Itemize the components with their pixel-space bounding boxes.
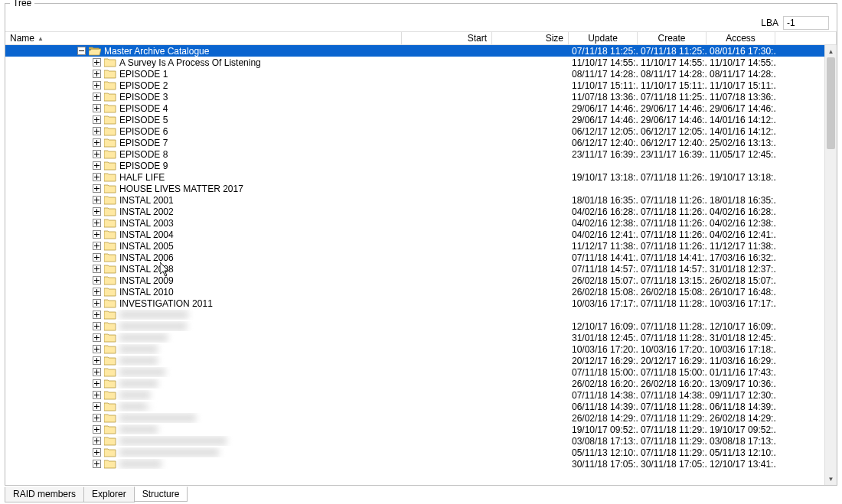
tree-row[interactable]: INSTAL 200204/02/16 16:28:...07/11/18 11…: [5, 206, 837, 217]
row-update: 23/11/17 16:39:...: [569, 149, 638, 160]
tab-explorer[interactable]: Explorer: [83, 487, 135, 502]
folder-icon: [104, 447, 116, 457]
expand-toggle[interactable]: [93, 448, 101, 457]
expand-toggle[interactable]: [93, 127, 101, 135]
expand-toggle[interactable]: [93, 402, 101, 411]
expand-toggle[interactable]: [93, 253, 101, 262]
expand-toggle[interactable]: [93, 115, 101, 124]
column-header-name[interactable]: Name ▲: [5, 31, 402, 45]
tree-row[interactable]: EPISODE 211/10/17 15:11:...11/10/17 15:1…: [5, 80, 837, 91]
tree-row[interactable]: INSTAL 201026/02/18 15:08:...26/02/18 15…: [5, 286, 837, 298]
tree-row[interactable]: XXXXX26/02/18 14:29:...07/11/18 11:29:..…: [5, 412, 837, 424]
scroll-down-icon[interactable]: ▼: [825, 473, 837, 485]
tree-row[interactable]: INSTAL 200511/12/17 11:38:...07/11/18 11…: [5, 240, 837, 252]
lba-input[interactable]: -1: [783, 16, 829, 30]
expand-toggle[interactable]: [93, 311, 101, 319]
tree-row[interactable]: INSTAL 200304/02/16 12:38:...07/11/18 11…: [5, 217, 837, 229]
expand-toggle[interactable]: [93, 104, 101, 112]
tree-row[interactable]: XXXXX30/11/18 17:05:...30/11/18 17:05:..…: [5, 458, 837, 470]
expand-toggle[interactable]: [93, 288, 101, 296]
vertical-scrollbar[interactable]: ▲ ▼: [824, 45, 837, 485]
tree-row[interactable]: XXXXX07/11/18 14:38:...07/11/18 14:38:..…: [5, 389, 837, 401]
scroll-up-icon[interactable]: ▲: [825, 45, 837, 57]
expand-toggle[interactable]: [93, 356, 101, 365]
tree-row[interactable]: INSTAL 200607/11/18 14:41:...07/11/18 14…: [5, 252, 837, 263]
expand-toggle[interactable]: [93, 70, 101, 78]
tree-row[interactable]: INSTAL 200926/02/18 15:07:...07/11/18 13…: [5, 275, 837, 286]
expand-toggle[interactable]: [93, 150, 101, 158]
tab-raid-members[interactable]: RAID members: [5, 487, 84, 502]
column-header-create[interactable]: Create: [638, 31, 707, 45]
expand-toggle[interactable]: [93, 345, 101, 353]
row-create: 07/11/18 11:25:...: [638, 92, 707, 102]
folder-icon: [104, 206, 116, 216]
tree-row[interactable]: XXXXX12/10/17 16:09:...07/11/18 11:28:..…: [5, 320, 837, 332]
expand-toggle[interactable]: [93, 219, 101, 227]
tree-row[interactable]: XXXXX03/08/18 17:13:...07/11/18 11:29:..…: [5, 435, 837, 447]
tree-row[interactable]: XXXXX06/11/18 14:39:...07/11/18 11:28:..…: [5, 401, 837, 412]
folder-icon: [104, 424, 116, 434]
tree-row[interactable]: EPISODE 108/11/17 14:28:...08/11/17 14:2…: [5, 68, 837, 80]
tree-row[interactable]: INSTAL 200404/02/16 12:41:...07/11/18 11…: [5, 229, 837, 240]
expand-toggle[interactable]: [93, 58, 101, 67]
tree-row[interactable]: INSTAL 200807/11/18 14:57:...07/11/18 14…: [5, 263, 837, 275]
tree-row[interactable]: INVESTIGATION 201110/03/16 17:17:...07/1…: [5, 298, 837, 309]
row-label: INSTAL 2003: [119, 218, 174, 229]
expand-toggle[interactable]: [93, 230, 101, 239]
expand-toggle[interactable]: [93, 299, 101, 307]
expand-toggle[interactable]: [93, 93, 101, 101]
tree-row[interactable]: HOUSE LIVES MATTER 2017: [5, 183, 837, 194]
tree-row[interactable]: XXXXX10/03/16 17:20:...10/03/16 17:20:..…: [5, 343, 837, 355]
expand-toggle[interactable]: [93, 425, 101, 434]
expand-toggle[interactable]: [93, 437, 101, 445]
expand-toggle[interactable]: [93, 391, 101, 399]
tree-row[interactable]: EPISODE 529/06/17 14:46:...29/06/17 14:4…: [5, 114, 837, 125]
tree-row[interactable]: XXXXX05/11/13 12:10:...07/11/18 11:29:..…: [5, 447, 837, 458]
column-header-start[interactable]: Start: [402, 31, 492, 45]
tree-row[interactable]: EPISODE 706/12/17 12:40:...06/12/17 12:4…: [5, 137, 837, 148]
tree-row-root[interactable]: Master Archive Catalogue07/11/18 11:25:.…: [5, 45, 837, 57]
scroll-thumb[interactable]: [827, 57, 835, 149]
tree-row[interactable]: EPISODE 823/11/17 16:39:...23/11/17 16:3…: [5, 148, 837, 160]
expand-toggle[interactable]: [93, 460, 101, 468]
folder-icon: [104, 218, 116, 228]
tree-row[interactable]: EPISODE 429/06/17 14:46:...29/06/17 14:4…: [5, 102, 837, 114]
expand-toggle[interactable]: [93, 368, 101, 376]
tree-row[interactable]: EPISODE 311/07/18 13:36:...07/11/18 11:2…: [5, 91, 837, 102]
tree-row[interactable]: XXXXX: [5, 309, 837, 320]
expand-toggle[interactable]: [93, 414, 101, 422]
tree-row[interactable]: EPISODE 9: [5, 160, 837, 171]
column-header-size[interactable]: Size: [492, 31, 569, 45]
column-header-update[interactable]: Update: [569, 31, 638, 45]
row-update: 20/12/17 16:29:...: [569, 356, 638, 366]
expand-toggle[interactable]: [93, 161, 101, 170]
expand-toggle[interactable]: [93, 379, 101, 388]
row-label: EPISODE 4: [119, 103, 168, 114]
tree-row[interactable]: EPISODE 606/12/17 12:05:...06/12/17 12:0…: [5, 125, 837, 137]
tree-row[interactable]: XXXXX26/02/18 16:20:...26/02/18 16:20:..…: [5, 378, 837, 389]
expand-toggle[interactable]: [93, 207, 101, 216]
expand-toggle[interactable]: [93, 333, 101, 342]
tree-row[interactable]: XXXXX31/01/18 12:45:...07/11/18 11:28:..…: [5, 332, 837, 343]
expand-toggle[interactable]: [93, 184, 101, 193]
tree-row[interactable]: INSTAL 200118/01/18 16:35:...07/11/18 11…: [5, 194, 837, 206]
column-header-access[interactable]: Access: [707, 31, 775, 45]
expand-toggle[interactable]: [93, 242, 101, 250]
tree-row[interactable]: XXXXX19/10/17 09:52:...07/11/18 11:29:..…: [5, 424, 837, 435]
folder-icon: [104, 390, 116, 400]
collapse-toggle[interactable]: [77, 47, 86, 55]
folder-icon: [104, 92, 116, 102]
expand-toggle[interactable]: [93, 138, 101, 147]
row-update: 04/02/16 16:28:...: [569, 206, 638, 217]
tree-row[interactable]: XXXXX20/12/17 16:29:...20/12/17 16:29:..…: [5, 355, 837, 366]
tree-row[interactable]: XXXXX07/11/18 15:00:...07/11/18 15:00:..…: [5, 366, 837, 378]
tab-structure[interactable]: Structure: [134, 486, 188, 502]
expand-toggle[interactable]: [93, 265, 101, 273]
expand-toggle[interactable]: [93, 81, 101, 89]
expand-toggle[interactable]: [93, 276, 101, 285]
expand-toggle[interactable]: [93, 196, 101, 204]
tree-row[interactable]: HALF LIFE19/10/17 13:18:...07/11/18 11:2…: [5, 171, 837, 183]
tree-row[interactable]: A Survey Is A Process Of Listening11/10/…: [5, 57, 837, 68]
expand-toggle[interactable]: [93, 322, 101, 330]
expand-toggle[interactable]: [93, 173, 101, 181]
